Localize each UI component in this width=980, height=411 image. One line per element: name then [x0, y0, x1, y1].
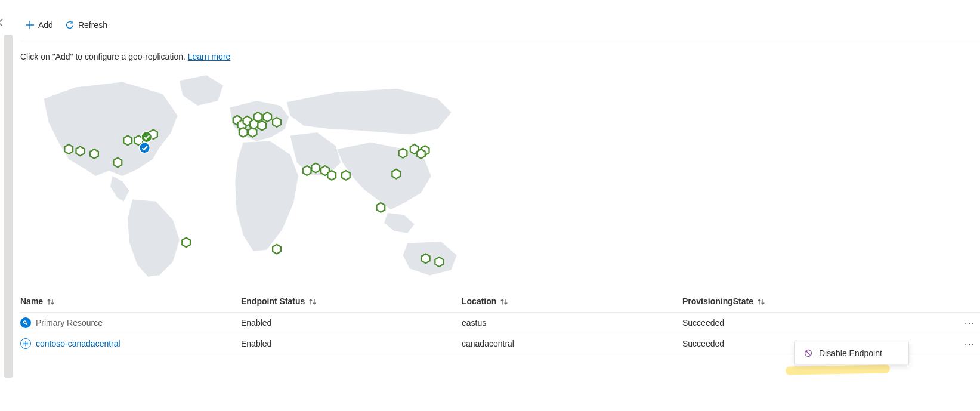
collapse-chevron-icon[interactable] — [0, 18, 5, 30]
column-header-endpoint[interactable]: Endpoint Status — [241, 291, 462, 313]
region-hex-icon[interactable] — [399, 149, 407, 158]
sort-icon — [308, 298, 317, 305]
refresh-button[interactable]: Refresh — [60, 17, 112, 33]
region-hex-icon[interactable] — [435, 257, 443, 267]
cell-endpoint: Enabled — [241, 333, 462, 354]
column-header-label: Name — [20, 296, 43, 306]
region-pin-primary-icon[interactable] — [139, 143, 150, 153]
column-header-state[interactable]: ProvisioningState — [682, 291, 956, 313]
disable-endpoint-icon — [803, 348, 813, 358]
region-hex-icon[interactable] — [249, 128, 257, 137]
region-hex-icon[interactable] — [114, 158, 122, 168]
region-hex-icon[interactable] — [273, 118, 281, 127]
scrollbar-track[interactable] — [4, 35, 13, 378]
add-label: Add — [38, 20, 53, 30]
svg-point-0 — [141, 132, 152, 143]
column-header-name[interactable]: Name — [20, 291, 241, 313]
sort-icon — [47, 298, 55, 305]
cell-location: eastus — [462, 313, 682, 333]
region-hex-icon[interactable] — [342, 171, 350, 180]
plus-icon — [25, 20, 35, 30]
command-bar: Add Refresh — [20, 0, 980, 42]
column-header-location[interactable]: Location — [462, 291, 682, 313]
region-hex-icon[interactable] — [90, 149, 98, 159]
column-header-label: Endpoint Status — [241, 296, 305, 306]
add-button[interactable]: Add — [20, 17, 58, 33]
region-hex-icon[interactable] — [182, 238, 190, 248]
cell-endpoint: Enabled — [241, 313, 462, 333]
sort-icon — [757, 298, 765, 305]
row-actions-button[interactable]: ··· — [956, 333, 980, 354]
resource-icon — [20, 317, 31, 328]
region-hex-icon[interactable] — [258, 121, 266, 131]
refresh-icon — [65, 20, 75, 30]
region-hex-icon[interactable] — [417, 149, 425, 159]
region-pin-active-icon[interactable] — [141, 132, 152, 143]
cell-state: Succeeded — [682, 313, 956, 333]
column-header-label: ProvisioningState — [682, 296, 753, 306]
region-hex-icon[interactable] — [64, 144, 73, 154]
globe-icon — [20, 338, 31, 349]
sort-icon — [500, 298, 508, 305]
cell-location: canadacentral — [462, 333, 682, 354]
replication-link[interactable]: contoso-canadacentral — [36, 339, 120, 348]
row-context-menu: Disable Endpoint — [794, 342, 909, 364]
region-hex-icon[interactable] — [273, 245, 281, 254]
svg-point-1 — [139, 143, 150, 153]
row-actions-button[interactable]: ··· — [956, 313, 980, 333]
region-hex-icon[interactable] — [377, 203, 385, 212]
world-map[interactable] — [20, 69, 480, 283]
hint-text: Click on "Add" to configure a geo-replic… — [20, 42, 980, 66]
context-menu-item[interactable]: Disable Endpoint — [795, 342, 908, 364]
column-header-actions — [956, 291, 980, 313]
region-hex-icon[interactable] — [392, 169, 400, 179]
more-icon: ··· — [964, 318, 975, 327]
learn-more-link[interactable]: Learn more — [188, 52, 231, 61]
hint-message: Click on "Add" to configure a geo-replic… — [20, 52, 188, 61]
region-hex-icon[interactable] — [76, 147, 85, 156]
context-menu-label: Disable Endpoint — [819, 348, 882, 358]
column-header-label: Location — [462, 296, 496, 306]
primary-resource-label: Primary Resource — [36, 318, 103, 327]
region-hex-icon[interactable] — [303, 166, 311, 175]
more-icon: ··· — [964, 339, 975, 348]
refresh-label: Refresh — [78, 20, 107, 30]
region-hex-icon[interactable] — [123, 136, 132, 146]
region-hex-icon[interactable] — [327, 171, 336, 180]
highlight-marker — [786, 364, 890, 375]
region-hex-icon[interactable] — [263, 112, 271, 122]
region-hex-icon[interactable] — [239, 128, 248, 137]
region-hex-icon[interactable] — [254, 112, 262, 122]
table-row: Primary ResourceEnabledeastusSucceeded··… — [20, 313, 980, 333]
region-hex-icon[interactable] — [311, 163, 320, 173]
region-hex-icon[interactable] — [422, 254, 430, 264]
